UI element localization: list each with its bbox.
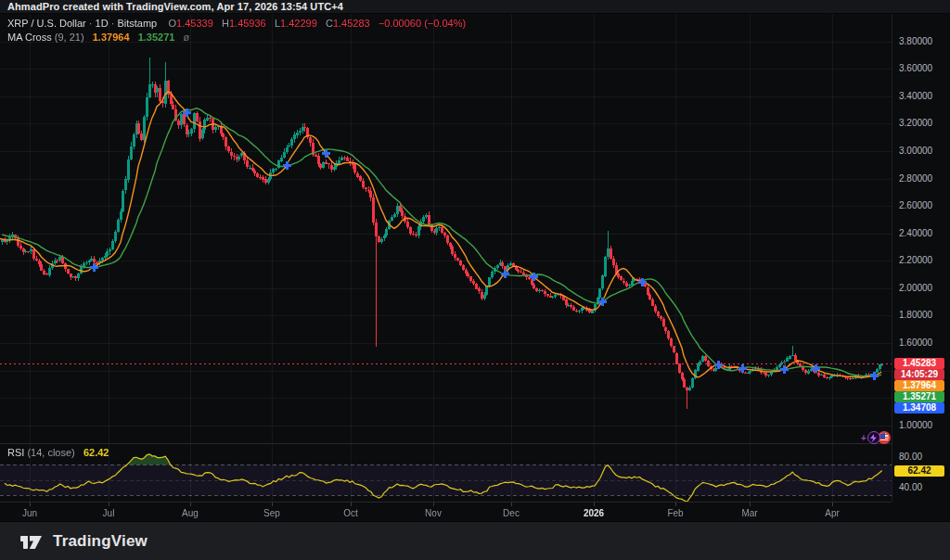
ma-cross-legend-row[interactable]: MA Cross (9, 21) 1.37964 1.35271 ø — [7, 32, 189, 43]
price-axis-badge: 1.34708 — [894, 402, 944, 414]
price-axis-label: 1.60000 — [899, 338, 932, 348]
tradingview-chart-app: AhmadPro created with TradingView.com, A… — [0, 0, 950, 560]
footer-bar: TradingView — [0, 521, 950, 560]
exchange-label[interactable]: Bitstamp — [117, 18, 157, 29]
price-axis[interactable]: 3.800003.600003.400003.200003.000002.800… — [892, 14, 950, 502]
price-axis-badge: 1.35271 — [894, 391, 944, 402]
time-axis-tick — [675, 503, 676, 506]
price-axis-label: 3.80000 — [899, 37, 932, 46]
rsi-value-badge: 62.42 — [894, 465, 944, 477]
price-axis-label: 2.20000 — [899, 256, 932, 265]
time-axis-tick — [433, 503, 434, 506]
time-axis-label: Jun — [22, 508, 37, 518]
price-axis-badge: 1.45283 — [894, 358, 944, 369]
rsi-axis-label: 80.00 — [899, 452, 922, 462]
interval-label[interactable]: 1D — [96, 18, 109, 29]
price-axis-badge: 14:05:29 — [894, 369, 944, 380]
open-value: 1.45339 — [176, 18, 213, 29]
ma-fast-value: 1.37964 — [93, 32, 130, 43]
time-axis-label: 2026 — [584, 508, 604, 518]
price-chart-canvas[interactable] — [0, 14, 892, 443]
price-axis-label: 2.80000 — [899, 174, 932, 184]
rsi-axis-label: 40.00 — [899, 483, 922, 492]
time-axis-label: Jul — [103, 508, 115, 518]
rsi-value: 62.42 — [83, 447, 109, 458]
time-axis-tick — [272, 503, 273, 506]
price-axis-label: 3.60000 — [899, 64, 932, 73]
time-axis-tick — [750, 503, 751, 506]
price-axis-label: 2.00000 — [899, 284, 932, 293]
time-axis[interactable]: JunJulAugSepOctNovDec2026FebMarApr — [0, 502, 892, 521]
rsi-name[interactable]: RSI — [7, 447, 24, 458]
price-axis-badge: 1.37964 — [894, 380, 944, 391]
close-label: C — [326, 18, 333, 29]
rsi-params: (14, close) — [27, 447, 74, 458]
close-value: 1.45283 — [333, 18, 370, 29]
price-axis-label: 2.60000 — [899, 201, 932, 210]
rsi-pane-canvas[interactable] — [0, 443, 892, 502]
pane-divider[interactable] — [0, 443, 892, 444]
price-axis-label: 1.00000 — [899, 421, 932, 430]
attribution-text: AhmadPro created with TradingView.com, A… — [0, 1, 343, 12]
symbol-legend-row[interactable]: XRP / U.S. Dollar · 1D · Bitstamp O1.453… — [7, 18, 466, 29]
high-label: H — [222, 18, 229, 29]
time-axis-label: Dec — [503, 508, 520, 518]
time-axis-tick — [351, 503, 352, 506]
low-value: 1.42299 — [280, 18, 317, 29]
time-axis-label: Nov — [425, 508, 442, 518]
instant-trading-bolt-icon[interactable] — [867, 431, 880, 444]
open-label: O — [168, 18, 176, 29]
time-axis-label: Sep — [263, 508, 280, 518]
attribution-bar: AhmadPro created with TradingView.com, A… — [0, 0, 950, 14]
time-axis-label: Feb — [667, 508, 683, 518]
price-axis-label: 2.40000 — [899, 229, 932, 238]
ma-slow-value: 1.35271 — [138, 32, 175, 43]
time-axis-tick — [190, 503, 191, 506]
ma-cross-name[interactable]: MA Cross — [7, 32, 52, 43]
price-axis-label: 3.20000 — [899, 119, 932, 128]
tradingview-brand-text: TradingView — [53, 532, 148, 551]
add-alert-plus-icon[interactable]: + — [861, 433, 867, 443]
hide-indicator-icon[interactable]: ø — [184, 32, 190, 43]
time-axis-label: Apr — [825, 508, 840, 518]
high-value: 1.45936 — [229, 18, 266, 29]
time-axis-label: Oct — [343, 508, 358, 518]
time-axis-tick — [511, 503, 512, 506]
tradingview-logo-icon — [20, 532, 45, 551]
price-axis-label: 1.80000 — [899, 311, 932, 320]
symbol-title[interactable]: XRP / U.S. Dollar — [7, 18, 86, 29]
legend-separator: · — [89, 18, 93, 29]
time-axis-label: Mar — [741, 508, 757, 518]
price-axis-label: 3.00000 — [899, 146, 932, 156]
pane-quick-icons: + — [861, 431, 891, 444]
price-axis-label: 3.40000 — [899, 92, 932, 101]
change-value: −0.00060 (−0.04%) — [379, 18, 466, 29]
tradingview-logo[interactable]: TradingView — [20, 532, 148, 551]
time-axis-tick — [594, 503, 595, 506]
ma-cross-params: (9, 21) — [55, 32, 84, 43]
time-axis-tick — [832, 503, 833, 506]
time-axis-tick — [30, 503, 31, 506]
time-axis-tick — [109, 503, 109, 506]
time-axis-label: Aug — [182, 508, 199, 518]
rsi-legend-row[interactable]: RSI (14, close) 62.42 — [7, 447, 109, 458]
